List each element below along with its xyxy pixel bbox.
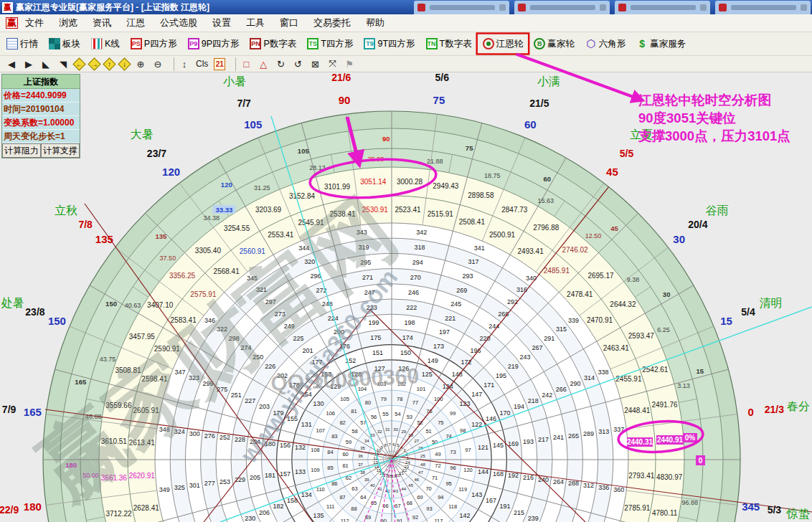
svg-text:22: 22 bbox=[402, 468, 407, 473]
drawtool-cls[interactable]: Cls bbox=[196, 58, 208, 70]
svg-text:21/3: 21/3 bbox=[765, 404, 784, 415]
drawtool-nav-down[interactable]: ◥ bbox=[57, 58, 69, 70]
drawtool-zoom-out[interactable]: ⊖ bbox=[152, 58, 164, 70]
menu-设置[interactable]: 设置 bbox=[212, 16, 231, 29]
svg-text:242: 242 bbox=[542, 392, 552, 399]
drawtool-draw-triangle[interactable]: △ bbox=[258, 58, 269, 70]
svg-text:196: 196 bbox=[470, 347, 481, 354]
svg-text:0: 0 bbox=[748, 406, 754, 418]
toolbar-item-9p-square[interactable]: P99P四方形 bbox=[186, 37, 242, 52]
toolbar-item-p-table[interactable]: PNP数字表 bbox=[247, 37, 298, 52]
svg-text:56: 56 bbox=[371, 414, 377, 420]
menu-文件[interactable]: 文件 bbox=[25, 16, 44, 29]
toolbar-item-kline[interactable]: K线 bbox=[89, 37, 122, 52]
svg-text:205: 205 bbox=[250, 474, 260, 481]
svg-text:34.38: 34.38 bbox=[203, 214, 219, 222]
drawtool-rotate-ccw[interactable]: ↺ bbox=[292, 58, 303, 70]
toolbar-item-t-square[interactable]: TST四方形 bbox=[305, 37, 355, 52]
menu-工具[interactable]: 工具 bbox=[246, 16, 265, 29]
svg-text:165: 165 bbox=[24, 406, 42, 418]
drawtool-pan-left[interactable]: ← bbox=[72, 57, 85, 70]
toolbar-item-t-table[interactable]: TNT数字表 bbox=[424, 37, 474, 52]
tab-close-icon[interactable] bbox=[700, 4, 707, 11]
svg-text:276: 276 bbox=[204, 432, 215, 440]
svg-text:21.88: 21.88 bbox=[427, 158, 443, 165]
background-window-tab[interactable] bbox=[514, 1, 610, 14]
tab-close-icon[interactable] bbox=[801, 4, 807, 11]
menu-浏览[interactable]: 浏览 bbox=[59, 16, 77, 29]
background-window-tab[interactable] bbox=[414, 1, 509, 14]
svg-text:75: 75 bbox=[433, 94, 445, 106]
svg-text:75: 75 bbox=[466, 144, 473, 152]
svg-text:2628.41: 2628.41 bbox=[133, 504, 160, 512]
svg-text:121: 121 bbox=[478, 444, 488, 451]
drawtool-rotate-cw[interactable]: ↻ bbox=[275, 58, 286, 70]
svg-text:264: 264 bbox=[553, 478, 564, 485]
drawtool-clear-flag[interactable]: ⚑ bbox=[344, 58, 355, 70]
svg-text:181: 181 bbox=[265, 472, 275, 479]
svg-text:294: 294 bbox=[412, 259, 423, 266]
svg-text:267: 267 bbox=[532, 344, 542, 351]
window-title: 赢家江恩专业版[赢家服务平台] - [上证指数 江恩轮] bbox=[16, 1, 209, 14]
tab-caption-blur bbox=[731, 5, 796, 10]
svg-text:2746.02: 2746.02 bbox=[562, 246, 588, 254]
quotes-grid-icon bbox=[6, 38, 18, 49]
menu-窗口[interactable]: 窗口 bbox=[280, 16, 298, 29]
toolbar-item-9t-square[interactable]: T99T四方形 bbox=[362, 37, 417, 52]
tab-close-icon[interactable] bbox=[600, 4, 606, 11]
drawtool-zoom-in[interactable]: ⊕ bbox=[135, 58, 146, 70]
gann-wheel-target-icon bbox=[483, 38, 494, 49]
calc-resistance-button[interactable]: 计算阻力 bbox=[2, 143, 41, 158]
svg-text:31.25: 31.25 bbox=[254, 184, 270, 191]
svg-text:97: 97 bbox=[465, 447, 471, 453]
menu-资讯[interactable]: 资讯 bbox=[93, 16, 111, 29]
menu-公式选股[interactable]: 公式选股 bbox=[160, 16, 197, 29]
menu-帮助[interactable]: 帮助 bbox=[366, 16, 384, 29]
svg-text:292: 292 bbox=[507, 298, 518, 305]
drawtool-shrink[interactable]: ⤧ bbox=[326, 58, 338, 70]
menu-江恩[interactable]: 江恩 bbox=[126, 16, 145, 29]
svg-text:107: 107 bbox=[316, 427, 326, 434]
drawtool-draw-rect[interactable]: □ bbox=[240, 58, 252, 70]
svg-text:2796.88: 2796.88 bbox=[533, 224, 560, 232]
drawtool-t-axis[interactable]: ↕ bbox=[179, 58, 190, 70]
menu-交易委托[interactable]: 交易委托 bbox=[313, 16, 351, 29]
svg-text:30: 30 bbox=[673, 233, 685, 245]
toolbar-item-sectors[interactable]: 板块 bbox=[47, 37, 82, 52]
svg-text:0: 0 bbox=[699, 457, 703, 465]
background-window-tab[interactable] bbox=[715, 1, 811, 14]
drawtool-nav-up[interactable]: ◣ bbox=[40, 58, 52, 70]
drawtool-nav-left[interactable]: ◀ bbox=[6, 58, 17, 70]
drawtool-nav-right[interactable]: ▶ bbox=[23, 58, 34, 70]
svg-text:106: 106 bbox=[326, 410, 336, 417]
drawtool-sep2 bbox=[235, 57, 236, 71]
drawtool-pan-right[interactable]: → bbox=[88, 57, 100, 70]
tab-caption-blur bbox=[530, 5, 595, 10]
svg-text:180: 180 bbox=[24, 500, 42, 513]
toolbar-item-quotes[interactable]: 行情 bbox=[4, 37, 40, 52]
svg-text:清明: 清明 bbox=[759, 297, 782, 309]
svg-text:239: 239 bbox=[528, 515, 539, 522]
svg-text:15: 15 bbox=[720, 315, 732, 327]
svg-text:58: 58 bbox=[351, 428, 357, 435]
drawtool-delete-box[interactable]: ⊠ bbox=[309, 58, 321, 70]
svg-text:300: 300 bbox=[189, 430, 200, 437]
toolbar-item-gann-wheel[interactable]: 江恩轮 bbox=[481, 37, 526, 52]
tab-close-icon[interactable] bbox=[499, 4, 506, 11]
calc-support-button[interactable]: 计算支撑 bbox=[41, 143, 80, 158]
svg-text:36: 36 bbox=[358, 454, 363, 458]
drawtool-calendar[interactable]: 21 bbox=[214, 58, 225, 70]
svg-text:43.75: 43.75 bbox=[100, 356, 116, 363]
menu-bar: 赢 文件浏览资讯江恩公式选股设置工具窗口交易委托帮助 bbox=[0, 14, 812, 32]
svg-text:77: 77 bbox=[412, 399, 418, 406]
toolbar-item-p-square[interactable]: PSP四方形 bbox=[128, 37, 179, 52]
toolbar-item-hexagon[interactable]: ⬡六角形 bbox=[583, 37, 628, 52]
drawtool-pan-up[interactable]: ↑ bbox=[103, 57, 115, 70]
background-window-tab[interactable] bbox=[615, 1, 710, 14]
svg-text:2847.73: 2847.73 bbox=[501, 206, 528, 214]
svg-text:31: 31 bbox=[385, 427, 390, 432]
drawtool-pan-down[interactable]: ↓ bbox=[118, 57, 131, 70]
toolbar-item-winner-service[interactable]: $赢家服务 bbox=[634, 37, 688, 52]
toolbar-item-winner-wheel[interactable]: B赢家轮 bbox=[532, 37, 577, 52]
svg-text:105: 105 bbox=[244, 118, 262, 130]
